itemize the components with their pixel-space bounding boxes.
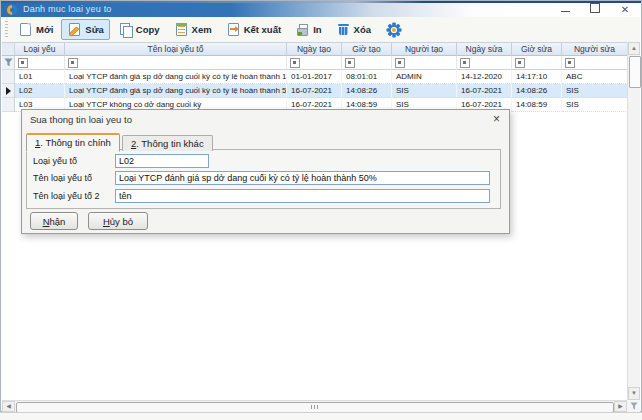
current-row-arrow-icon <box>6 87 11 95</box>
close-icon[interactable]: ✕ <box>619 3 631 16</box>
cancel-button[interactable]: Hủy bỏ <box>88 212 148 230</box>
cell-ngay-sua[interactable]: 14-12-2020 <box>457 70 512 84</box>
gear-icon <box>386 22 402 38</box>
cell-nguoi-sua[interactable]: ABC <box>562 70 628 84</box>
table-row-selected[interactable]: L02 Loại YTCP đánh giá sp dở dang cuối k… <box>2 84 628 98</box>
vertical-scroll-thumb[interactable] <box>629 56 641 88</box>
filter-condition-icon[interactable] <box>290 58 300 68</box>
print-button-label: In <box>313 24 321 35</box>
filter-cell[interactable] <box>562 56 628 70</box>
cell-loai-yeu[interactable]: L02 <box>15 84 65 98</box>
view-icon <box>174 22 189 37</box>
filter-condition-icon[interactable] <box>515 58 525 68</box>
cell-gio-tao[interactable]: 14:08:26 <box>342 84 392 98</box>
column-header-gio-tao[interactable]: Giờ tạo <box>342 42 392 56</box>
dialog-title: Sua thong tin loai yeu to <box>30 114 132 125</box>
filter-condition-icon[interactable] <box>460 58 470 68</box>
row-indicator <box>2 70 15 84</box>
filter-row-indicator <box>2 56 15 70</box>
column-header-nguoi-tao[interactable]: Người tạo <box>392 42 457 56</box>
tab-panel: Loại yếu tố Tên loại yếu tố Tên loại yếu… <box>26 149 501 209</box>
new-document-icon <box>18 22 33 37</box>
column-header-ten-loai-yeu-to[interactable]: Tên loại yếu tố <box>65 42 287 56</box>
cell-gio-sua[interactable]: 14:08:26 <box>512 84 562 98</box>
screenshot-root: Danh muc loai yeu to ✕ Mới Sửa Copy <box>0 0 642 420</box>
filter-condition-icon[interactable] <box>565 58 575 68</box>
cancel-label: ủy bỏ <box>110 216 133 227</box>
cell-loai-yeu[interactable]: L01 <box>15 70 65 84</box>
column-header-loai-yeu[interactable]: Loại yếu <box>15 42 65 56</box>
horizontal-scrollbar[interactable]: ◀ ▶ <box>2 400 627 412</box>
field-row: Tên loại yếu tố <box>33 171 490 185</box>
filter-cell[interactable] <box>65 56 287 70</box>
delete-button[interactable]: Xóa <box>330 19 377 40</box>
field-label-loai-yeu-to: Loại yếu tố <box>33 156 115 166</box>
filter-cell[interactable] <box>392 56 457 70</box>
scroll-down-icon[interactable]: ▼ <box>628 387 640 400</box>
column-header-ngay-tao[interactable]: Ngày tạo <box>287 42 342 56</box>
filter-cell[interactable] <box>512 56 562 70</box>
cell-nguoi-sua[interactable]: SIS <box>562 84 628 98</box>
column-header-gio-sua[interactable]: Giờ sửa <box>512 42 562 56</box>
cell-ten-loai-yeu-to[interactable]: Loại YTCP đánh giá sp dở dang cuối kỳ có… <box>65 84 287 98</box>
cancel-accel: H <box>103 216 110 227</box>
filter-cell[interactable] <box>287 56 342 70</box>
column-header-nguoi-sua[interactable]: Người sửa <box>562 42 628 56</box>
scroll-right-icon[interactable]: ▶ <box>614 401 627 412</box>
filter-cell[interactable] <box>457 56 512 70</box>
new-button[interactable]: Mới <box>12 19 59 40</box>
cell-ngay-tao[interactable]: 01-01-2017 <box>287 70 342 84</box>
filter-condition-icon[interactable] <box>395 58 405 68</box>
delete-icon <box>336 22 351 37</box>
delete-button-label: Xóa <box>354 24 371 35</box>
tab-thong-tin-khac[interactable]: 2. Thông tin khác <box>122 135 213 151</box>
filter-funnel-icon <box>630 402 638 410</box>
view-button[interactable]: Xem <box>168 19 218 40</box>
edit-button[interactable]: Sửa <box>61 19 110 40</box>
cell-gio-tao[interactable]: 08:01:01 <box>342 70 392 84</box>
filter-condition-icon[interactable] <box>18 58 28 68</box>
field-row: Tên loại yếu tố 2 <box>33 189 490 203</box>
column-header-ngay-sua[interactable]: Ngày sửa <box>457 42 512 56</box>
minimize-icon[interactable] <box>559 3 571 16</box>
toolbar-grip[interactable] <box>5 21 8 38</box>
accept-accel: N <box>43 216 50 227</box>
filter-condition-icon[interactable] <box>345 58 355 68</box>
grid-corner-cell[interactable] <box>2 42 15 56</box>
cell-ngay-sua[interactable]: 16-07-2021 <box>457 84 512 98</box>
edit-icon <box>67 22 82 37</box>
cell-nguoi-tao[interactable]: SIS <box>392 84 457 98</box>
row-indicator <box>2 98 15 112</box>
loai-yeu-to-field[interactable] <box>115 154 209 168</box>
settings-button[interactable] <box>386 22 402 38</box>
tab-thong-tin-chinh[interactable]: 1. Thông tin chính <box>26 133 120 152</box>
vertical-scrollbar[interactable]: ▲ ▼ <box>627 42 640 400</box>
dialog-close-icon[interactable]: × <box>493 112 500 126</box>
table-row[interactable]: L01 Loại YTCP đánh giá sp dở dang cuối k… <box>2 70 628 84</box>
export-button[interactable]: Kết xuất <box>220 19 287 40</box>
filter-cell[interactable] <box>342 56 392 70</box>
accept-button[interactable]: Nhận <box>30 212 78 230</box>
grid-header-row: Loại yếu Tên loại yếu tố Ngày tạo Giờ tạ… <box>2 42 628 56</box>
scroll-left-icon[interactable]: ◀ <box>2 401 15 412</box>
toolbar: Mới Sửa Copy Xem Kết xuất In <box>2 17 640 43</box>
maximize-icon[interactable] <box>589 3 601 16</box>
filter-funnel-icon <box>4 58 13 67</box>
app-window: Danh muc loai yeu to ✕ Mới Sửa Copy <box>0 0 642 412</box>
title-bar[interactable]: Danh muc loai yeu to ✕ <box>1 1 641 17</box>
cell-gio-sua[interactable]: 14:17:10 <box>512 70 562 84</box>
filter-cell[interactable] <box>15 56 65 70</box>
ten-loai-yeu-to-field[interactable] <box>115 171 490 185</box>
filter-condition-icon[interactable] <box>68 58 78 68</box>
grid-filter-corner[interactable] <box>627 400 640 412</box>
cell-nguoi-sua[interactable]: SIS <box>562 98 628 112</box>
scroll-up-icon[interactable]: ▲ <box>628 42 640 55</box>
field-row: Loại yếu tố <box>33 154 490 168</box>
copy-button[interactable]: Copy <box>112 19 166 40</box>
cell-ngay-tao[interactable]: 16-07-2021 <box>287 84 342 98</box>
cell-nguoi-tao[interactable]: ADMIN <box>392 70 457 84</box>
cell-gio-sua[interactable]: 14:08:59 <box>512 98 562 112</box>
ten-loai-yeu-to-2-field[interactable] <box>115 189 490 203</box>
print-button[interactable]: In <box>289 19 327 40</box>
cell-ten-loai-yeu-to[interactable]: Loại YTCP đánh giá sp dở dang cuối kỳ có… <box>65 70 287 84</box>
